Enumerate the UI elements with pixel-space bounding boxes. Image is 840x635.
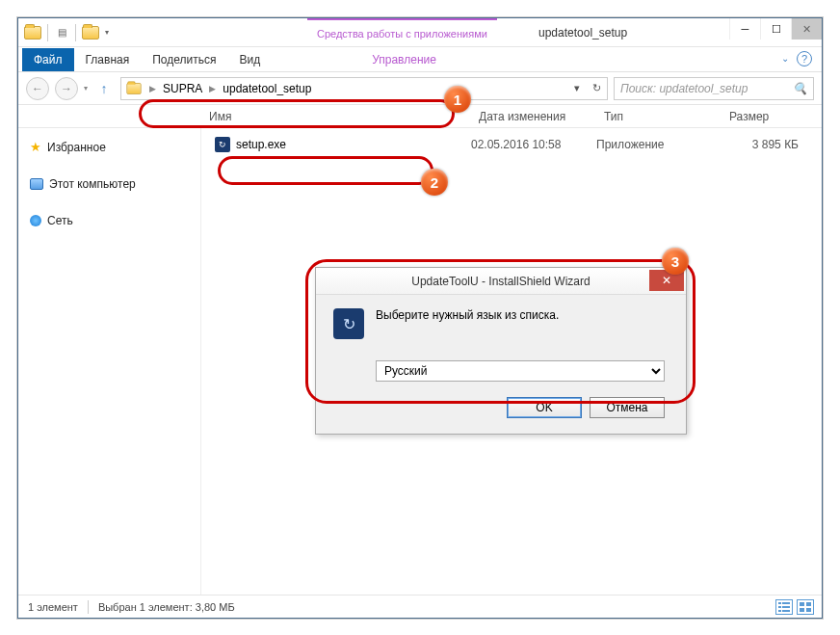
sidebar-network-label: Сеть: [47, 214, 73, 227]
installer-icon: ↻: [215, 137, 230, 152]
file-type: Приложение: [596, 138, 722, 151]
maximize-button[interactable]: ☐: [760, 18, 791, 40]
sidebar: ★ Избранное Этот компьютер Сеть: [18, 128, 201, 595]
tab-file[interactable]: Файл: [22, 48, 74, 71]
contextual-tab-header: Средства работы с приложениями: [307, 18, 497, 47]
qat-dropdown-icon[interactable]: ▾: [105, 28, 109, 37]
sidebar-favorites[interactable]: ★ Избранное: [18, 136, 200, 158]
svg-rect-8: [800, 608, 804, 612]
view-thumbnails-icon[interactable]: [797, 599, 814, 615]
tab-home[interactable]: Главная: [74, 48, 142, 71]
svg-rect-9: [806, 608, 811, 612]
tab-view[interactable]: Вид: [227, 48, 272, 71]
svg-rect-1: [782, 602, 790, 604]
annotation-badge-1: 1: [444, 86, 471, 113]
explorer-window: ▤ ▾ Средства работы с приложениями updat…: [17, 17, 823, 619]
refresh-icon[interactable]: ↻: [588, 80, 605, 97]
chevron-right-icon[interactable]: ▶: [146, 84, 159, 93]
annotation-box-2: [218, 156, 433, 185]
file-date: 02.05.2016 10:58: [471, 138, 596, 151]
svg-rect-5: [782, 610, 790, 612]
status-count: 1 элемент: [28, 601, 78, 613]
svg-rect-4: [778, 610, 781, 612]
close-button[interactable]: ✕: [791, 18, 822, 40]
col-date[interactable]: Дата изменения: [471, 110, 596, 123]
breadcrumb-2[interactable]: updatetool_setup: [223, 82, 311, 95]
annotation-badge-2: 2: [421, 169, 448, 196]
forward-button[interactable]: →: [55, 77, 78, 100]
sidebar-computer[interactable]: Этот компьютер: [18, 173, 200, 195]
sidebar-network[interactable]: Сеть: [18, 210, 200, 231]
tab-share[interactable]: Поделиться: [141, 48, 227, 71]
view-details-icon[interactable]: [775, 599, 793, 615]
breadcrumb-1[interactable]: SUPRA: [163, 82, 202, 95]
ribbon-tabs: Файл Главная Поделиться Вид Управление ⌄…: [18, 47, 822, 72]
folder-icon: [24, 26, 41, 40]
svg-rect-7: [806, 602, 811, 606]
svg-rect-6: [800, 602, 804, 606]
status-bar: 1 элемент Выбран 1 элемент: 3,80 МБ: [18, 595, 822, 618]
search-placeholder: Поиск: updatetool_setup: [620, 82, 748, 95]
back-button[interactable]: ←: [26, 77, 49, 100]
address-dropdown-icon[interactable]: ▾: [568, 80, 586, 97]
svg-rect-3: [782, 606, 790, 608]
up-button[interactable]: ↑: [93, 78, 115, 99]
address-bar[interactable]: ▶ SUPRA ▶ updatetool_setup ▾ ↻: [120, 77, 608, 100]
history-dropdown-icon[interactable]: ▾: [84, 84, 88, 93]
window-title: updatetool_setup: [538, 18, 627, 47]
svg-rect-2: [778, 606, 781, 608]
file-row[interactable]: ↻ setup.exe 02.05.2016 10:58 Приложение …: [201, 134, 822, 155]
sidebar-computer-label: Этот компьютер: [49, 177, 136, 191]
star-icon: ★: [30, 140, 41, 154]
network-icon: [30, 215, 41, 226]
tab-manage[interactable]: Управление: [360, 48, 448, 71]
ribbon-expand-icon[interactable]: ⌄: [781, 53, 789, 64]
help-icon[interactable]: ?: [797, 51, 812, 66]
minimize-button[interactable]: ─: [729, 18, 760, 40]
file-size: 3 895 КБ: [722, 138, 818, 151]
titlebar: ▤ ▾ Средства работы с приложениями updat…: [18, 18, 822, 47]
status-selection: Выбран 1 элемент: 3,80 МБ: [98, 601, 235, 613]
file-name: setup.exe: [236, 138, 286, 151]
chevron-right-icon[interactable]: ▶: [206, 84, 219, 93]
annotation-badge-3: 3: [662, 248, 689, 275]
col-type[interactable]: Тип: [596, 110, 722, 123]
qat-newfolder-icon[interactable]: [82, 26, 99, 40]
computer-icon: [30, 178, 43, 190]
sidebar-favorites-label: Избранное: [47, 141, 106, 154]
annotation-box-3: [305, 259, 696, 404]
address-folder-icon: [126, 83, 141, 94]
qat-properties-icon[interactable]: ▤: [54, 25, 69, 40]
svg-rect-0: [778, 602, 781, 604]
col-size[interactable]: Размер: [722, 110, 818, 123]
search-input[interactable]: Поиск: updatetool_setup 🔍: [614, 77, 814, 100]
annotation-box-1: [139, 99, 455, 128]
search-icon: 🔍: [793, 82, 807, 95]
